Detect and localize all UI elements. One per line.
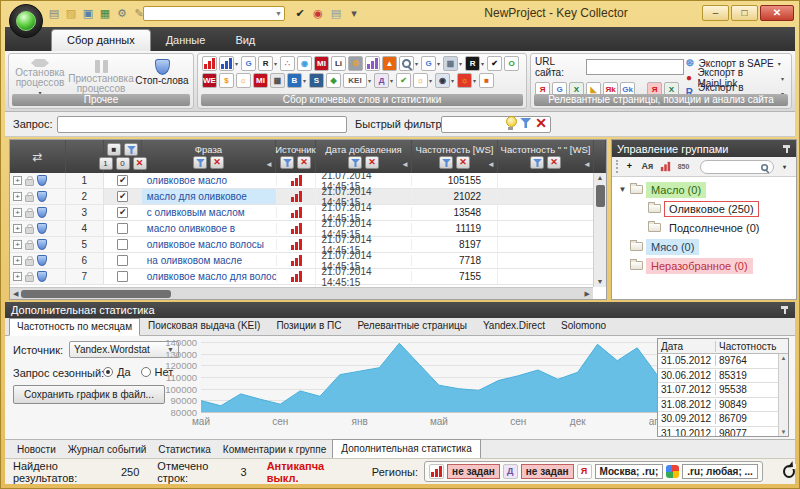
phrase-cell[interactable]: оливковое масло для волос [142,271,276,282]
shield-icon[interactable] [37,255,47,266]
tree-item[interactable]: ▼Масло (0) [612,180,796,199]
region-google-icon[interactable] [666,465,679,478]
clear-filter-icon[interactable]: ✕ [535,116,547,130]
table-row[interactable]: +1✔оливковое масло21.07.2014 14:45:15105… [10,173,593,189]
select-on-button[interactable]: 1 [99,157,113,170]
export-excel-icon[interactable]: ▦ [98,6,112,20]
odnoklassniki-icon[interactable]: O [504,56,519,71]
phrase-cell[interactable]: оливковое масло [142,175,276,186]
expand-row-icon[interactable]: + [13,256,22,265]
webeffector-icon[interactable]: WE [202,73,217,88]
region-direct-value[interactable]: не задан [521,464,574,479]
phrase-cell[interactable]: с оливковым маслом [142,207,276,218]
table-row[interactable]: 31.05.201289764 [658,354,788,369]
stats-tabs-tab-6[interactable]: Solomono [553,317,614,335]
lock-icon[interactable] [25,227,34,234]
box-icon[interactable]: ■ [479,73,494,88]
wordstat-depth-bars-icon-caret[interactable]: ▾ [235,60,238,67]
lock-icon[interactable] [25,179,34,186]
liveinternet-icon[interactable]: Li [331,56,346,71]
table-row[interactable]: +4масло оливковое в21.07.2014 14:45:1511… [10,221,593,237]
lock-icon[interactable] [25,259,34,266]
column-settings-header[interactable]: ⇄ [10,140,66,173]
webmaster-icon[interactable]: ▦ [443,56,458,71]
open-folder-icon[interactable]: ▨ [64,6,78,20]
app-menu-button[interactable] [9,4,43,38]
spy-icon-caret[interactable]: ▾ [451,77,454,84]
map-icon[interactable]: ◆ [326,73,341,88]
region-wordstat-value[interactable]: не задан [447,464,500,479]
ribbon-tabs-tab-2[interactable]: Данные [151,30,221,51]
rambler-icon-caret[interactable]: ▾ [274,60,277,67]
kei-icon[interactable]: KEI [343,73,367,88]
stats-tabs-tab-5[interactable]: Yandex.Direct [475,317,553,335]
begun-icon-caret[interactable]: ▾ [303,77,306,84]
new-file-icon[interactable]: ▤ [47,6,61,20]
color-dots-icon[interactable]: ∴ [280,56,295,71]
settings-gear-icon[interactable]: ⚙ [115,6,129,20]
table-row[interactable]: +6на оливковом масле21.07.2014 14:45:157… [10,253,593,269]
close-button[interactable]: ✕ [760,5,794,21]
bottom-tabs-tab-4[interactable]: Комментарии к группе [217,442,332,458]
tree-item[interactable]: Неразобранное (0) [612,256,796,275]
search-icon[interactable] [399,56,414,71]
minimize-button[interactable]: – [702,5,729,21]
save-icon[interactable]: ▣ [81,6,95,20]
source-column-header[interactable]: Источник ✕ [276,140,316,173]
tree-item[interactable]: Оливковое (250) [612,199,796,218]
date-column-header[interactable]: Дата добавления ✕ ◄ [316,140,412,173]
row-checkbox[interactable] [117,255,128,266]
expand-row-icon[interactable]: + [13,208,22,217]
seopult-icon[interactable]: $ [219,73,234,88]
spy-icon[interactable]: ◉ [435,73,450,88]
dock-column-icon[interactable]: ◄ [487,160,495,169]
expand-row-icon[interactable]: + [13,272,22,281]
phrase-cell[interactable]: масло оливковое в [142,223,276,234]
table-row[interactable]: +5оливковое масло волосы21.07.2014 14:45… [10,237,593,253]
rambler-dark-icon[interactable]: R [465,56,480,71]
site-url-input[interactable] [586,59,684,75]
stats-tabs-tab-1[interactable]: Частотность по месяцам [9,318,140,336]
trend-icon[interactable]: ▲ [382,56,397,71]
freq-quoted-filter-clear-icon[interactable]: ✕ [547,156,561,169]
groups-more-icon[interactable]: ▾ [777,159,792,174]
select-off-button[interactable]: 0 [116,157,130,170]
begun-icon[interactable]: B [287,73,302,88]
rambler-icon[interactable]: R [258,56,273,71]
expand-row-icon[interactable]: + [13,240,22,249]
table-row[interactable]: 31.10.201298077 [658,427,788,438]
refresh-icon[interactable] [783,465,795,478]
table-row[interactable]: 30.09.201286709 [658,412,788,427]
fire-icon[interactable]: ☼ [457,73,472,88]
alarm-icon[interactable]: ◉ [311,6,325,20]
tree-item[interactable]: Подсолнечное (0) [612,218,796,237]
stats-tabs-tab-2[interactable]: Поисковая выдача (KEI) [140,317,268,335]
phrase-filter-icon[interactable] [193,156,207,169]
query-input[interactable] [57,116,347,133]
scroll-thumb[interactable] [596,185,605,207]
region-wordstat-icon[interactable] [429,464,444,479]
combo-dropdown-icon[interactable]: ▼ [275,10,282,17]
ribbon-tabs-tab-1[interactable]: Сбор данных [51,29,151,51]
lock-icon[interactable] [25,211,34,218]
ribbon-tabs-tab-3[interactable]: Вид [220,30,270,51]
shield-icon[interactable] [37,207,47,218]
table-row[interactable]: 31.07.201295538 [658,383,788,398]
bottom-tabs-tab-1[interactable]: Новости [11,442,62,458]
freq-ws-column-header[interactable]: Частотность [WS] ✕ ◄ [412,140,498,173]
mail2-icon[interactable]: MI [253,73,268,88]
dock-column-icon[interactable]: ◄ [265,160,273,169]
freq-quoted-column-header[interactable]: Частотность " " [WS] ✕ ◄ [498,140,594,173]
phrase-filter-clear-icon[interactable]: ✕ [210,156,224,169]
row-checkbox[interactable] [117,223,128,234]
kei-icon-caret[interactable]: ▾ [368,77,371,84]
expand-row-icon[interactable]: + [13,176,22,185]
bird-icon[interactable]: ◉ [297,56,312,71]
shield-icon[interactable] [37,271,47,282]
group-search-input[interactable] [700,160,774,174]
bottom-tabs-tab-3[interactable]: Статистика [152,442,217,458]
table-scrollbar[interactable]: ▲▼ [778,354,788,436]
check-filter-icon[interactable] [124,143,138,156]
solomono-icon[interactable]: S [309,73,324,88]
filter-settings-icon[interactable] [505,116,516,130]
